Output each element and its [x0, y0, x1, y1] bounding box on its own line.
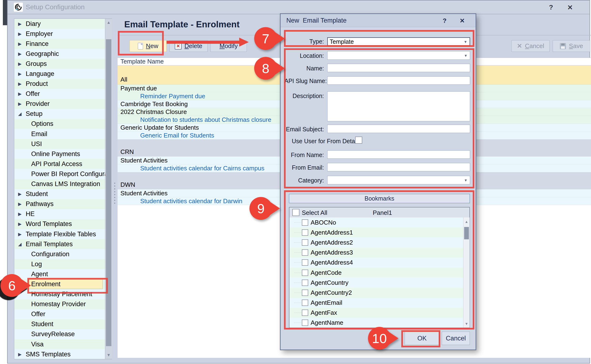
save-button[interactable]: Save: [553, 40, 590, 52]
expander-icon: [18, 21, 24, 27]
sidebar-item[interactable]: Word Templates: [14, 219, 105, 229]
splitter-grip-icon: [114, 183, 115, 204]
callout-pin-7: 7: [254, 27, 277, 50]
sidebar-item[interactable]: Template Flexible Tables: [14, 229, 105, 239]
template-list-row-label: Student activities calendar for Darwin: [140, 197, 242, 205]
expander-icon: [18, 81, 24, 87]
template-list-row-label: Student Activities: [120, 157, 168, 164]
sidebar-item-label: Offer: [31, 311, 46, 318]
template-list-row-label: Notification to students about Christmas…: [140, 116, 271, 124]
sidebar-item[interactable]: Pathways: [14, 199, 105, 209]
sidebar-item-label: Groups: [26, 60, 47, 68]
sidebar-item[interactable]: Canvas LMS Integration: [14, 179, 105, 189]
sidebar-item[interactable]: Options: [14, 119, 105, 129]
expander-icon: [18, 61, 24, 67]
sidebar-item[interactable]: Groups: [14, 59, 105, 69]
expander-icon: [18, 51, 24, 57]
scroll-thumb[interactable]: [106, 39, 112, 346]
expander-icon: [18, 201, 24, 207]
window-close-icon[interactable]: ✕: [565, 3, 575, 12]
expander-icon: [18, 111, 24, 117]
sidebar-item-label: Power BI Report Configuration: [31, 170, 105, 178]
sidebar-item[interactable]: Offer: [14, 89, 105, 99]
sidebar-item[interactable]: Language: [14, 69, 105, 79]
sidebar-item[interactable]: HE: [14, 209, 105, 219]
sidebar-item-label: Options: [31, 120, 53, 128]
sidebar-item[interactable]: Employer: [14, 29, 105, 39]
cancel-button[interactable]: ✕ Cancel: [512, 40, 550, 52]
sidebar-item-label: Pathways: [26, 200, 53, 208]
sidebar-item[interactable]: Power BI Report Configuration: [14, 169, 105, 179]
sidebar-item-label: SurveyRelease: [31, 331, 75, 338]
sidebar-item[interactable]: Setup: [14, 109, 105, 119]
cancel-button-label: Cancel: [525, 42, 544, 50]
template-list-row-label: Cambridge Test Booking: [120, 100, 188, 108]
annotation-rect-fields: [284, 48, 474, 188]
sidebar-item-label: Diary: [26, 20, 41, 28]
window-titlebar: Setup Configuration ? ✕: [8, 0, 590, 14]
expander-icon: [18, 221, 24, 227]
sidebar-item[interactable]: SMS Templates: [14, 349, 105, 359]
expander-icon: [18, 191, 24, 197]
sidebar-item[interactable]: Homestay Provider: [14, 299, 105, 309]
expander-icon: [18, 352, 24, 357]
sidebar-item-label: Email Templates: [26, 240, 73, 248]
sidebar-item-label: Provider: [26, 100, 50, 108]
expander-icon: [18, 71, 24, 77]
sidebar-item[interactable]: SurveyRelease: [14, 329, 105, 339]
sidebar-item-label: Configuration: [31, 251, 70, 258]
sidebar-item-label: Template Flexible Tables: [26, 231, 96, 238]
sidebar-item-label: HE: [26, 210, 35, 218]
dialog-close-icon[interactable]: ✕: [458, 16, 467, 25]
callout-pin-9: 9: [250, 197, 272, 220]
sidebar-item[interactable]: Student: [14, 319, 105, 329]
sidebar-item[interactable]: Log: [14, 259, 105, 269]
sidebar-item[interactable]: Product: [14, 79, 105, 89]
window-help-icon[interactable]: ?: [546, 3, 556, 12]
scroll-up-icon[interactable]: ▲: [105, 19, 112, 26]
dialog-help-icon[interactable]: ?: [440, 16, 449, 25]
template-list-row-label: All: [120, 76, 127, 83]
sidebar-item-label: Setup: [26, 110, 43, 117]
sidebar-item[interactable]: Offer: [14, 309, 105, 319]
sidebar-item[interactable]: USI: [14, 139, 105, 149]
expander-icon: [18, 232, 24, 237]
sidebar-item[interactable]: Geographic: [14, 49, 105, 59]
sidebar-item-label: Visa: [31, 341, 44, 348]
sidebar-item-label: Homestay Provider: [31, 300, 86, 308]
annotation-rect-new: [118, 31, 164, 55]
page-title: Email Template - Enrolment: [124, 20, 240, 30]
sidebar-item[interactable]: Student: [14, 189, 105, 199]
sidebar-item[interactable]: Finance: [14, 39, 105, 49]
expander-icon: [18, 41, 24, 47]
sidebar-item[interactable]: Provider: [14, 99, 105, 109]
expander-icon: [18, 91, 24, 97]
window-title: Setup Configuration: [26, 3, 85, 11]
sidebar-scrollbar[interactable]: ▲ ▼: [105, 19, 112, 359]
background-window-sliver: [3, 0, 7, 25]
sidebar-item[interactable]: Email: [14, 129, 105, 139]
annotation-rect-type: [284, 30, 474, 47]
template-list-row-label: Student activities calendar for Cairns c…: [140, 165, 264, 172]
sidebar-item-label: Geographic: [26, 50, 59, 58]
sidebar-item-label: Offer: [26, 90, 40, 98]
sidebar-item-label: Canvas LMS Integration: [31, 180, 100, 188]
annotation-rect-bookmarks: [284, 190, 474, 330]
sidebar-item[interactable]: Diary: [14, 19, 105, 29]
sidebar-item-label: Word Templates: [26, 220, 72, 228]
cancel-x-icon: ✕: [517, 42, 522, 50]
sidebar-item[interactable]: API Portal Access: [14, 159, 105, 169]
expander-icon: [18, 101, 24, 107]
scroll-down-icon[interactable]: ▼: [105, 351, 112, 359]
sidebar-item[interactable]: Visa: [14, 339, 105, 349]
annotation-rect-enrolment: [27, 278, 108, 293]
sidebar-item[interactable]: Online Payments: [14, 149, 105, 159]
sidebar-item[interactable]: Configuration: [14, 249, 105, 259]
sidebar-item-label: Email: [31, 130, 47, 138]
sidebar-item-label: Log: [31, 260, 42, 268]
sidebar-tree: Diary Employer Finance Geographi: [14, 19, 105, 359]
panel-splitter[interactable]: [112, 19, 118, 359]
dialog-cancel-button[interactable]: Cancel: [442, 332, 470, 345]
sidebar-item[interactable]: Email Templates: [14, 239, 105, 249]
sidebar-item-label: Agent: [31, 271, 48, 278]
